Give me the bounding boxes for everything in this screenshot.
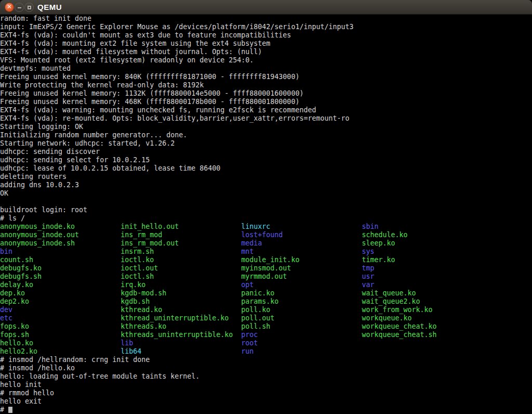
close-button[interactable]: ✕ [5, 3, 14, 12]
file-entry: poll.ko [241, 306, 362, 314]
file-entry: workqueue_cheat.ko [362, 322, 436, 331]
file-entry: poll.out [241, 314, 362, 322]
console-line: hello: loading out-of-tree module taints… [0, 372, 532, 381]
ls-output-row: bininsrm.shmntsys [0, 248, 532, 256]
console-line: input: ImExPS/2 Generic Explorer Mouse a… [0, 23, 532, 31]
file-entry: dep2.ko [0, 297, 121, 306]
console-line: Freeing unused kernel memory: 840K (ffff… [0, 73, 532, 81]
file-entry: debugfs.ko [0, 264, 121, 273]
console-line: EXT4-fs (vda): re-mounted. Opts: block_v… [0, 114, 532, 123]
file-entry: ins_rm_mod.out [121, 239, 241, 248]
file-entry: tmp [362, 264, 374, 273]
console-line: Freeing unused kernel memory: 468K (ffff… [0, 98, 532, 106]
file-entry: lib64 [121, 347, 241, 356]
file-entry: ioctl.out [121, 264, 241, 273]
file-entry: root [241, 339, 362, 347]
file-entry: work_from_work.ko [362, 306, 432, 314]
ls-output-row: debugfs.koioctl.outmyinsmod.outtmp [0, 264, 532, 273]
minimize-button[interactable] [15, 3, 24, 12]
file-entry: myrmmod.out [241, 273, 362, 281]
ls-output-row: count.shioctl.komodule_init.kotimer.ko [0, 256, 532, 264]
file-entry: ioctl.ko [121, 256, 241, 264]
file-entry: delay.ko [0, 281, 121, 289]
console-line: Write protecting the kernel read-only da… [0, 81, 532, 89]
file-entry: anonymous_inode.sh [0, 239, 121, 248]
console-line: Starting network: udhcpc: started, v1.26… [0, 139, 532, 148]
file-entry: proc [241, 331, 362, 339]
file-entry: sbin [362, 223, 378, 231]
window-title: QEMU [37, 0, 62, 14]
file-entry: anonymous_inode.out [0, 231, 121, 239]
file-entry: anonymous_inode.ko [0, 223, 121, 231]
console-line: Initializing random number generator... … [0, 131, 532, 139]
file-entry: opt [241, 281, 362, 289]
file-entry: insrm.sh [121, 248, 241, 256]
ls-output-row: delay.koirq.kooptvar [0, 281, 532, 289]
console-line: random: fast init done [0, 15, 532, 23]
maximize-icon [28, 6, 31, 9]
ls-output-row: fops.kokthreads.kopoll.shworkqueue_cheat… [0, 322, 532, 331]
titlebar[interactable]: ✕ QEMU [0, 0, 532, 15]
console-line: # rmmod hello [0, 389, 532, 397]
file-entry: fops.ko [0, 322, 121, 331]
ls-output-row: hello2.kolib64run [0, 347, 532, 356]
file-entry: media [241, 239, 362, 248]
file-entry: ioctl.sh [121, 273, 241, 281]
file-entry: usr [362, 273, 374, 281]
console-line: EXT4-fs (vda): mounting ext2 file system… [0, 40, 532, 48]
file-entry: hello2.ko [0, 347, 121, 356]
file-entry: debugfs.sh [0, 273, 121, 281]
console-line: adding dns 10.0.2.3 [0, 181, 532, 189]
minimize-icon [18, 7, 21, 8]
file-entry: count.sh [0, 256, 121, 264]
console-line: OK [0, 189, 532, 198]
maximize-button[interactable] [24, 3, 34, 12]
file-entry: module_init.ko [241, 256, 362, 264]
file-entry: myinsmod.out [241, 264, 362, 273]
console-line: deleting routers [0, 173, 532, 181]
file-entry: etc [0, 314, 121, 322]
console-line [0, 198, 532, 206]
file-entry: run [241, 347, 362, 356]
ls-output-row: dep.kokgdb-mod.shpanic.kowait_queue.ko [0, 289, 532, 297]
file-entry: dev [0, 306, 121, 314]
console-line: hello init [0, 381, 532, 389]
file-entry: lib [121, 339, 241, 347]
prompt-line: # [0, 406, 532, 414]
console-line: Freeing unused kernel memory: 1132K (fff… [0, 89, 532, 98]
ls-output-row: hello.kolibroot [0, 339, 532, 347]
ls-output-row: etckthread_uninterruptible.kopoll.outwor… [0, 314, 532, 322]
file-entry: kgdb-mod.sh [121, 289, 241, 297]
file-entry: hello.ko [0, 339, 121, 347]
console-line: hello exit [0, 397, 532, 406]
console-line: udhcpc: sending discover [0, 148, 532, 156]
file-entry: kthread_uninterruptible.ko [121, 314, 241, 322]
file-entry: sleep.ko [362, 239, 395, 248]
file-entry: poll.sh [241, 322, 362, 331]
ls-output-row: devkthread.kopoll.kowork_from_work.ko [0, 306, 532, 314]
console-line: devtmpfs: mounted [0, 64, 532, 73]
console-line: VFS: Mounted root (ext2 filesystem) read… [0, 56, 532, 64]
console-line: buildroot login: root [0, 206, 532, 214]
ls-output-row: anonymous_inode.shins_rm_mod.outmediasle… [0, 239, 532, 248]
ls-output-row: anonymous_inode.outins_rm_modlost+founds… [0, 231, 532, 239]
terminal-cursor [8, 407, 12, 413]
file-entry: workqueue_cheat.sh [362, 331, 436, 339]
ls-output-row: debugfs.shioctl.shmyrmmod.outusr [0, 273, 532, 281]
file-entry: fops.sh [0, 331, 121, 339]
file-entry: kthread.ko [121, 306, 241, 314]
file-entry: params.ko [241, 297, 362, 306]
file-entry: dep.ko [0, 289, 121, 297]
terminal-console[interactable]: random: fast init doneinput: ImExPS/2 Ge… [0, 15, 532, 414]
file-entry: timer.ko [362, 256, 395, 264]
file-entry: sys [362, 248, 374, 256]
file-entry: mnt [241, 248, 362, 256]
file-entry: linuxrc [241, 223, 362, 231]
console-line: EXT4-fs (vda): mounted filesystem withou… [0, 48, 532, 56]
console-line: # ls / [0, 214, 532, 223]
file-entry: wait_queue2.ko [362, 297, 420, 306]
file-entry: workqueue.ko [362, 314, 411, 322]
file-entry: kgdb.sh [121, 297, 241, 306]
file-entry: schedule.ko [362, 231, 407, 239]
ls-output-row: fops.shkthreads_uninterruptible.koprocwo… [0, 331, 532, 339]
